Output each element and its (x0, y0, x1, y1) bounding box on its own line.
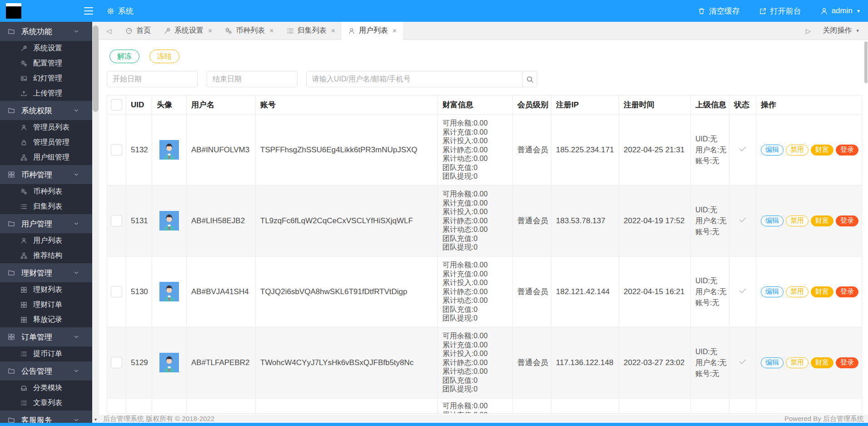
sidebar-item-coin-list[interactable]: 币种列表 (0, 184, 92, 199)
tab-user-list[interactable]: 用户列表× (342, 22, 403, 40)
tab-close-icon[interactable]: × (392, 27, 397, 35)
login-button[interactable]: 登录 (836, 286, 858, 297)
sidebar-group-coin-manage[interactable]: 币种管理 (0, 165, 92, 184)
tab-close-icon[interactable]: × (208, 27, 212, 35)
nav-clear-cache[interactable]: 清空缓存 (698, 6, 740, 16)
inbox-icon (20, 385, 27, 391)
status-check-icon (738, 215, 747, 224)
sidebar-item-withdraw-orders[interactable]: 提币订单 (0, 346, 92, 361)
tab-home[interactable]: 首页 (119, 22, 157, 40)
sidebar-item-config-manage[interactable]: 配置管理 (0, 56, 92, 71)
wealth-button[interactable]: 财富 (811, 357, 833, 368)
actions-cell: 编辑禁用财富登录 (756, 256, 862, 327)
sidebar-item-admin-manage[interactable]: 管理员管理 (0, 135, 92, 150)
wrench-icon (164, 27, 171, 35)
login-button[interactable]: 登录 (836, 145, 858, 155)
disable-button[interactable]: 禁用 (786, 216, 808, 226)
tab-bar: ◁ 首页系统设置×币种列表×归集列表×用户列表× ▷ 关闭操作 ▾ (99, 22, 868, 40)
disable-button[interactable]: 禁用 (786, 357, 808, 368)
disable-button[interactable]: 禁用 (786, 145, 808, 155)
parent-cell: UID:无用户名:无账号:无 (691, 185, 729, 256)
disable-button[interactable]: 禁用 (786, 286, 808, 297)
sidebar-item-user-list[interactable]: 用户列表 (0, 233, 92, 248)
sidebar-scrollbar[interactable]: ▾ (92, 22, 99, 423)
status-check-icon (738, 286, 747, 295)
sidebar-group-system-functions[interactable]: 系统功能 (0, 22, 92, 41)
sidebar-item-upload-manage[interactable]: 上传管理 (0, 86, 92, 101)
sidebar-item-article-list[interactable]: 文章列表 (0, 396, 92, 411)
row-checkbox[interactable] (111, 357, 122, 368)
end-date-input[interactable] (207, 71, 298, 87)
column-header: 操作 (756, 95, 862, 115)
unfreeze-button[interactable]: 解冻 (109, 50, 139, 63)
tabs-scroll-right-icon[interactable]: ▷ (798, 27, 818, 35)
user-icon (820, 7, 828, 15)
row-checkbox[interactable] (111, 286, 122, 297)
close-operations-label: 关闭操作 (823, 26, 852, 35)
tab-coin-list[interactable]: 币种列表× (218, 22, 280, 40)
sidebar-item-finance-orders[interactable]: 理财订单 (0, 297, 92, 312)
sidebar-toggle-button[interactable] (84, 7, 93, 15)
sidebar-item-collect-list[interactable]: 归集列表 (0, 199, 92, 214)
sidebar-item-release-records[interactable]: 释放记录 (0, 312, 92, 327)
row-checkbox[interactable] (111, 144, 122, 155)
close-operations-dropdown[interactable]: 关闭操作 ▾ (818, 26, 868, 35)
content-scrollbar[interactable] (864, 41, 868, 414)
nav-open-frontend[interactable]: 打开前台 (759, 6, 801, 16)
freeze-button[interactable]: 冻结 (149, 50, 179, 63)
start-date-input[interactable] (107, 71, 198, 87)
edit-button[interactable]: 编辑 (761, 286, 784, 297)
sidebar-group-system-permissions[interactable]: 系统权限 (0, 101, 92, 120)
sidebar-item-finance-list[interactable]: 理财列表 (0, 282, 92, 297)
status-cell (729, 185, 756, 256)
edit-button[interactable]: 编辑 (761, 357, 784, 368)
sidebar-item-usergroup-manage[interactable]: 用户组管理 (0, 150, 92, 165)
wealth-button[interactable]: 财富 (811, 216, 833, 226)
column-header: 财富信息 (438, 95, 513, 115)
sidebar-item-system-settings[interactable]: 系统设置 (0, 41, 92, 56)
sidebar-group-announcement-manage[interactable]: 公告管理 (0, 361, 92, 381)
sidebar-scrollbar-thumb[interactable] (93, 25, 99, 112)
search-button[interactable] (522, 71, 537, 87)
edit-button[interactable]: 编辑 (761, 145, 784, 155)
wealth-cell: 可用余额:0.00累计充值:0.00累计投入:0.00累计静态:0.00累计动态… (438, 115, 513, 185)
tabs-scroll-left-icon[interactable]: ◁ (99, 27, 119, 35)
sidebar-item-referral-structure[interactable]: 推荐结构 (0, 248, 92, 263)
gears-icon (20, 188, 27, 195)
tab-system-settings[interactable]: 系统设置× (157, 22, 218, 40)
sidebar-item-admin-list[interactable]: 管理员列表 (0, 120, 92, 135)
folder-icon (8, 269, 15, 276)
sidebar-item-category-module[interactable]: 分类模块 (0, 381, 92, 396)
sidebar-group-order-manage[interactable]: 订单管理 (0, 327, 92, 346)
chevron-down-icon (73, 334, 79, 340)
account-cell: TWohcW4CYyJ7LYsHk6vBSxQJFBfb5ty8Nc (256, 327, 438, 398)
login-button[interactable]: 登录 (836, 216, 858, 226)
nav-system-menu[interactable]: 系统 (107, 6, 134, 16)
nav-user-menu[interactable]: admin▾ (820, 6, 860, 15)
row-checkbox[interactable] (111, 215, 122, 226)
avatar-cell (152, 115, 187, 185)
sidebar-item-slide-manage[interactable]: 幻灯管理 (0, 71, 92, 86)
caret-down-icon: ▾ (857, 8, 860, 14)
level-cell: 普通会员 (513, 115, 551, 185)
sidebar-group-finance-manage[interactable]: 理财管理 (0, 263, 92, 282)
wealth-button[interactable]: 财富 (811, 286, 833, 297)
search-input[interactable] (306, 71, 523, 87)
tab-close-icon[interactable]: × (269, 27, 273, 35)
ip-cell: 182.121.42.144 (551, 256, 619, 327)
external-link-icon (759, 7, 767, 15)
scroll-down-arrow-icon[interactable]: ▾ (92, 416, 99, 423)
wealth-button[interactable]: 财富 (811, 145, 833, 155)
tab-collect-list[interactable]: 归集列表× (280, 22, 342, 40)
login-button[interactable]: 登录 (836, 357, 858, 368)
table-row: 5131AB#LIH58EJB2TL9zqFc6fLqW2CqCeCxVSCLY… (107, 185, 862, 256)
gears-icon (20, 60, 27, 67)
select-all-checkbox[interactable] (111, 99, 122, 110)
page-footer: 后台管理系统 版权所有 © 2018-2022 Powered By 后台管理系… (99, 415, 868, 423)
edit-button[interactable]: 编辑 (761, 216, 784, 226)
tab-close-icon[interactable]: × (331, 27, 335, 35)
list-icon (287, 27, 294, 35)
horizontal-scrollbar[interactable] (0, 423, 868, 426)
sidebar-group-user-manage[interactable]: 用户管理 (0, 214, 92, 233)
content-scrollbar-thumb[interactable] (864, 41, 868, 83)
